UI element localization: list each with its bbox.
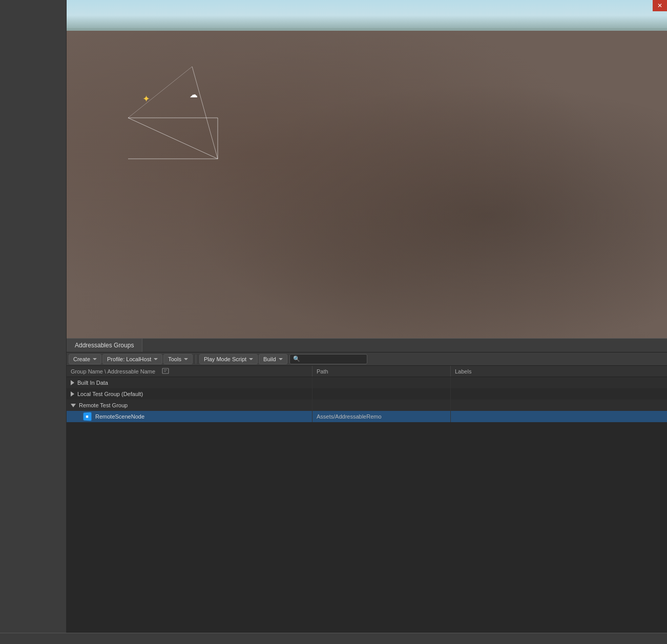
build-button[interactable]: Build: [259, 354, 287, 364]
addressables-groups-tab[interactable]: Addressables Groups: [67, 339, 142, 352]
addressables-toolbar: Create Profile: LocalHost Tools Play Mod…: [67, 352, 667, 366]
cloud-icon: ☁: [190, 90, 198, 99]
panel-tab-bar: Addressables Groups: [67, 338, 667, 352]
group-name-built-in: Built In Data: [67, 377, 312, 388]
sun-icon: ✦: [142, 93, 152, 102]
col-header-path: Path: [312, 366, 451, 377]
group-path-remote: [312, 400, 451, 411]
tools-button[interactable]: Tools: [163, 354, 193, 364]
search-box[interactable]: 🔍: [289, 354, 367, 364]
asset-labels-remote-scene-node: [451, 411, 667, 422]
svg-line-5: [128, 67, 192, 118]
group-name-remote: Remote Test Group: [67, 400, 312, 411]
svg-line-4: [192, 67, 218, 159]
expand-icon: [71, 391, 74, 397]
group-name-local: Local Test Group (Default): [67, 388, 312, 400]
close-button[interactable]: ✕: [653, 0, 667, 11]
tools-dropdown-icon: [184, 358, 188, 360]
profile-dropdown-icon: [154, 358, 158, 360]
left-sidebar: [0, 0, 67, 644]
play-mode-dropdown-icon: [249, 358, 253, 360]
group-path-built-in: [312, 377, 451, 388]
profile-button[interactable]: Profile: LocalHost: [102, 354, 162, 364]
table-row[interactable]: Local Test Group (Default): [67, 388, 667, 400]
create-button[interactable]: Create: [69, 354, 101, 364]
svg-line-0: [128, 118, 218, 159]
svg-rect-6: [162, 368, 169, 373]
sort-icon: [161, 367, 170, 376]
col-header-labels: Labels: [451, 366, 667, 377]
create-dropdown-icon: [93, 358, 97, 360]
scene-viewport: ✦ ☁: [67, 0, 667, 338]
collapse-icon: [71, 404, 76, 407]
status-bar: [0, 633, 667, 644]
col-header-name: Group Name \ Addressable Name: [67, 366, 312, 377]
group-labels-built-in: [451, 377, 667, 388]
toolbar-separator: [196, 355, 196, 364]
play-mode-script-button[interactable]: Play Mode Script: [199, 354, 258, 364]
search-input[interactable]: [302, 356, 364, 362]
group-labels-remote: [451, 400, 667, 411]
groups-table: Built In Data Local Test Group (Default)…: [67, 377, 667, 644]
asset-name-remote-scene-node: ■ RemoteSceneNode: [67, 411, 312, 422]
group-labels-local: [451, 388, 667, 400]
expand-icon: [71, 380, 74, 385]
search-icon: 🔍: [293, 356, 300, 362]
cube-icon: ■: [84, 412, 92, 421]
table-row[interactable]: ■ RemoteSceneNode Assets/AddressableRemo: [67, 411, 667, 422]
table-row[interactable]: Remote Test Group: [67, 400, 667, 411]
scene-grid-lines: [67, 0, 667, 338]
group-path-local: [312, 388, 451, 400]
asset-path-remote-scene-node: Assets/AddressableRemo: [312, 411, 451, 422]
build-dropdown-icon: [279, 358, 283, 360]
table-row[interactable]: Built In Data: [67, 377, 667, 388]
addressables-panel: Addressables Groups Create Profile: Loca…: [67, 338, 667, 644]
column-headers: Group Name \ Addressable Name Path Label…: [67, 366, 667, 377]
